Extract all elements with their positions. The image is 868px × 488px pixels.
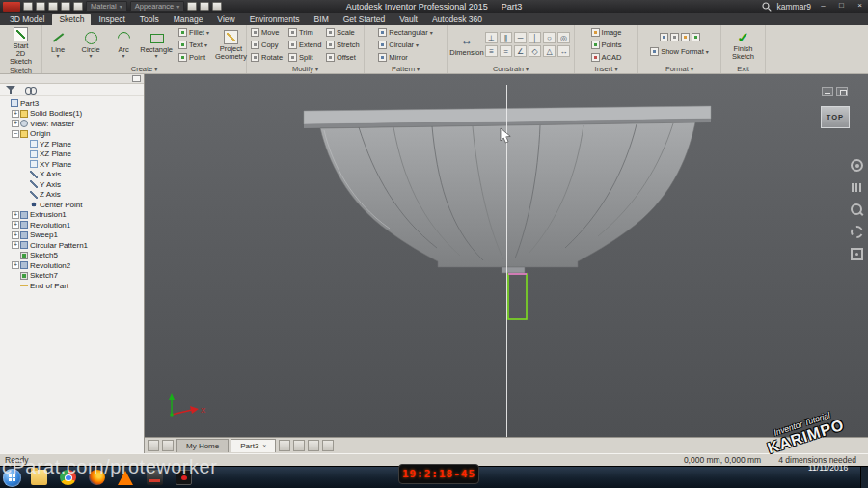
show-desktop-button[interactable] bbox=[860, 467, 868, 488]
scale-button[interactable]: Scale bbox=[324, 27, 362, 39]
docbar-icon[interactable] bbox=[293, 440, 305, 451]
parallel-constraint-button[interactable]: ∥ bbox=[500, 32, 512, 43]
search-icon[interactable] bbox=[762, 2, 772, 12]
coincident-constraint-button[interactable]: ∠ bbox=[514, 45, 527, 57]
tree-node-y-axis[interactable]: Y Axis bbox=[0, 179, 144, 190]
graphics-window[interactable]: X TOP My HomePart3× bbox=[145, 74, 868, 453]
image-button[interactable]: Image bbox=[589, 26, 624, 38]
ribbon-tab-bim[interactable]: BIM bbox=[308, 14, 336, 25]
tree-node-yz-plane[interactable]: YZ Plane bbox=[0, 139, 144, 149]
tree-node-revolution1[interactable]: +Revolution1 bbox=[0, 220, 144, 230]
doc-minimize-button[interactable] bbox=[822, 87, 833, 96]
expand-toggle[interactable]: + bbox=[12, 221, 19, 229]
horizontal-constraint-button[interactable]: ─ bbox=[514, 32, 527, 43]
tree-node-origin[interactable]: −Origin bbox=[0, 129, 144, 140]
navigation-wheel-icon[interactable] bbox=[851, 159, 863, 172]
tree-node-xy-plane[interactable]: XY Plane bbox=[0, 159, 144, 170]
material-browser-icon[interactable] bbox=[200, 2, 209, 11]
expand-toggle[interactable]: + bbox=[12, 261, 19, 269]
start-2d-sketch-button[interactable]: Start2D Sketch bbox=[5, 26, 38, 66]
tree-node-part3[interactable]: Part3 bbox=[0, 98, 144, 109]
browser-collapse-button[interactable] bbox=[132, 75, 141, 82]
rectangular-pattern-button[interactable]: Rectangular▾ bbox=[376, 26, 434, 38]
tree-node-extrusion1[interactable]: +Extrusion1 bbox=[0, 210, 144, 221]
docbar-icon[interactable] bbox=[322, 440, 334, 451]
tree-node-circular-pattern1[interactable]: +Circular Pattern1 bbox=[0, 240, 144, 251]
tree-node-x-axis[interactable]: X Axis bbox=[0, 170, 144, 180]
finish-sketch-button[interactable]: FinishSketch bbox=[727, 29, 760, 61]
filter-icon[interactable] bbox=[6, 85, 16, 95]
format-tool-icon[interactable] bbox=[681, 33, 690, 41]
sketch-rectangle[interactable] bbox=[508, 274, 527, 319]
docbar-icon[interactable] bbox=[308, 440, 319, 451]
undo-icon[interactable] bbox=[61, 2, 70, 11]
look-at-icon[interactable] bbox=[851, 248, 863, 260]
ribbon-tab-autodesk-360[interactable]: Autodesk 360 bbox=[425, 14, 489, 25]
appearance-dropdown[interactable]: Appearance ▾ bbox=[130, 1, 184, 12]
model-hub[interactable] bbox=[502, 267, 525, 273]
signin-user[interactable]: kammar9 bbox=[777, 2, 811, 12]
fix-constraint-button[interactable]: △ bbox=[543, 45, 556, 57]
expand-toggle[interactable]: + bbox=[12, 211, 19, 219]
tree-node-solid-bodies-1[interactable]: +Solid Bodies(1) bbox=[0, 109, 144, 120]
collinear-constraint-button[interactable]: ≡ bbox=[485, 45, 498, 57]
open-icon[interactable] bbox=[36, 2, 45, 11]
tree-node-revolution2[interactable]: +Revolution2 bbox=[0, 260, 144, 271]
ribbon-tab-environments[interactable]: Environments bbox=[243, 14, 307, 25]
panel-label-format[interactable]: Format▾ bbox=[638, 64, 720, 73]
arc-button[interactable]: Arc▾ bbox=[107, 30, 140, 59]
perpendicular-constraint-button[interactable]: ⊥ bbox=[485, 32, 498, 43]
smooth-constraint-button[interactable]: ↔ bbox=[557, 45, 570, 57]
doc-tab-close-icon[interactable]: × bbox=[262, 443, 266, 449]
ribbon-tab-view[interactable]: View bbox=[210, 14, 241, 25]
expand-toggle[interactable]: + bbox=[12, 231, 19, 239]
new-file-icon[interactable] bbox=[23, 2, 33, 11]
format-tool-icon[interactable] bbox=[692, 33, 700, 41]
doc-restore-button[interactable] bbox=[836, 87, 848, 96]
minimize-button[interactable]: – bbox=[817, 1, 829, 12]
split-button[interactable]: Split bbox=[286, 52, 324, 64]
view-cube[interactable]: TOP bbox=[821, 106, 850, 128]
project-geometry-button[interactable]: ProjectGeometry bbox=[215, 29, 247, 61]
show-format-button[interactable]: Show Format ▾ bbox=[648, 46, 711, 58]
model-body[interactable] bbox=[320, 122, 695, 267]
tree-node-center-point[interactable]: Center Point bbox=[0, 200, 144, 210]
orbit-icon[interactable] bbox=[851, 226, 863, 238]
help-icon[interactable] bbox=[212, 2, 222, 11]
extend-button[interactable]: Extend bbox=[286, 40, 324, 51]
docbar-icon[interactable] bbox=[279, 440, 290, 451]
circular-pattern-button[interactable]: Circular▾ bbox=[376, 39, 434, 50]
offset-button[interactable]: Offset bbox=[324, 52, 362, 64]
maximize-button[interactable]: □ bbox=[835, 1, 848, 12]
dimension-button[interactable]: Dimension bbox=[450, 33, 483, 57]
collapse-toggle[interactable]: − bbox=[12, 130, 19, 138]
tangent-constraint-button[interactable]: ○ bbox=[543, 32, 556, 43]
panel-label-exit[interactable]: Exit bbox=[721, 64, 765, 73]
panel-label-pattern[interactable]: Pattern▾ bbox=[365, 64, 447, 73]
tree-node-end-of-part[interactable]: End of Part bbox=[0, 281, 144, 291]
tree-node-sweep1[interactable]: +Sweep1 bbox=[0, 230, 144, 241]
point-button[interactable]: Point bbox=[176, 51, 211, 63]
docbar-icon[interactable] bbox=[162, 440, 174, 451]
ribbon-tab-get-started[interactable]: Get Started bbox=[337, 14, 392, 25]
docbar-icon[interactable] bbox=[148, 440, 159, 451]
rotate-button[interactable]: Rotate bbox=[249, 52, 286, 64]
concentric-constraint-button[interactable]: ◎ bbox=[557, 32, 570, 43]
ribbon-tab-3d-model[interactable]: 3D Model bbox=[3, 14, 51, 25]
close-button[interactable]: × bbox=[854, 1, 866, 12]
expand-toggle[interactable]: + bbox=[12, 110, 19, 118]
ribbon-tab-vault[interactable]: Vault bbox=[393, 14, 424, 25]
mirror-button[interactable]: Mirror bbox=[376, 51, 434, 63]
doc-tab-part3[interactable]: Part3× bbox=[231, 439, 276, 452]
trim-button[interactable]: Trim bbox=[286, 27, 324, 39]
measure-icon[interactable] bbox=[187, 2, 197, 11]
tree-node-z-axis[interactable]: Z Axis bbox=[0, 190, 144, 201]
expand-toggle[interactable]: + bbox=[12, 241, 19, 249]
rectangle-button[interactable]: Rectangle▾ bbox=[140, 30, 173, 59]
vertical-constraint-button[interactable]: │ bbox=[529, 32, 541, 43]
tree-node-sketch7[interactable]: Sketch7 bbox=[0, 271, 144, 282]
pan-icon[interactable] bbox=[851, 181, 863, 194]
expand-toggle[interactable]: + bbox=[12, 120, 19, 127]
panel-label-insert[interactable]: Insert▾ bbox=[575, 64, 637, 73]
tree-node-xz-plane[interactable]: XZ Plane bbox=[0, 149, 144, 160]
